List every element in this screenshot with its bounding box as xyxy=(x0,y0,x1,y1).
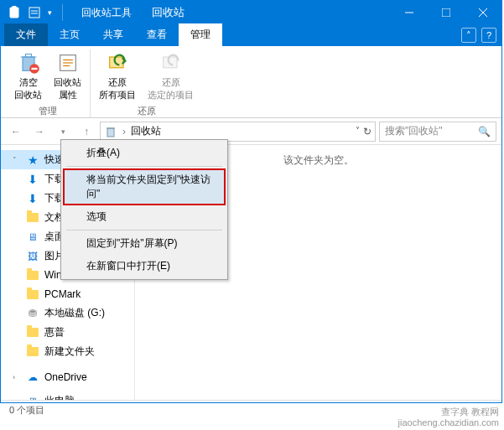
close-button[interactable] xyxy=(465,1,501,24)
separator xyxy=(66,166,222,167)
qat-properties-icon[interactable] xyxy=(28,6,41,19)
empty-bin-label: 清空 回收站 xyxy=(14,76,42,101)
search-input[interactable]: 搜索"回收站" 🔍 xyxy=(379,122,496,142)
window-title: 回收站 xyxy=(140,5,196,20)
minimize-button[interactable] xyxy=(391,1,428,24)
nav-up-button[interactable]: ↑ xyxy=(76,122,96,142)
folder-icon xyxy=(26,211,39,225)
ctx-options[interactable]: 选项 xyxy=(63,205,226,228)
svg-rect-16 xyxy=(163,57,176,68)
nav-back-button[interactable]: ← xyxy=(6,122,26,142)
context-tab-label: 回收站工具 xyxy=(73,3,140,23)
tab-share[interactable]: 共享 xyxy=(91,23,135,46)
qat-customize-icon[interactable]: ▾ xyxy=(48,8,52,17)
ctx-collapse[interactable]: 折叠(A) xyxy=(63,142,226,164)
tree-item-label: 新建文件夹 xyxy=(44,345,95,359)
folder-icon xyxy=(26,345,39,359)
ribbon-group-manage-label: 管理 xyxy=(39,103,57,119)
ribbon-group-restore-label: 还原 xyxy=(138,103,156,119)
chevron-right-icon[interactable]: › xyxy=(13,397,21,401)
pc-icon: 🖥 xyxy=(26,395,39,401)
ctx-pin-quick-access[interactable]: 将当前文件夹固定到"快速访问" xyxy=(63,168,226,205)
nav-recent-icon[interactable]: ▾ xyxy=(53,122,73,142)
tree-label: OneDrive xyxy=(44,371,87,383)
address-bar[interactable]: › 回收站 ˅ ↻ xyxy=(100,122,376,142)
tree-item[interactable]: 新建文件夹 xyxy=(1,342,134,361)
chevron-right-icon[interactable]: › xyxy=(13,373,21,381)
empty-message: 该文件夹为空。 xyxy=(283,153,354,168)
ribbon-collapse-icon[interactable]: ˄ xyxy=(461,28,476,43)
context-menu: 折叠(A) 将当前文件夹固定到"快速访问" 选项 固定到"开始"屏幕(P) 在新… xyxy=(60,139,228,280)
maximize-button[interactable] xyxy=(428,1,465,24)
address-dropdown-icon[interactable]: ˅ xyxy=(356,126,360,137)
restore-sel-label: 还原 选定的项目 xyxy=(148,76,194,101)
props-label: 回收站 属性 xyxy=(54,76,81,101)
pictures-icon: 🖼 xyxy=(26,250,39,263)
ribbon-tabs: 文件 主页 共享 查看 管理 ˄ ? xyxy=(1,24,501,46)
restore-all-label: 还原 所有项目 xyxy=(99,76,136,101)
svg-rect-17 xyxy=(107,128,114,137)
item-count: 0 个项目 xyxy=(9,404,44,417)
tree-item[interactable]: 惠普 xyxy=(1,323,134,342)
titlebar: ▾ 回收站工具 回收站 xyxy=(1,1,501,24)
props-icon xyxy=(56,51,80,75)
tab-view[interactable]: 查看 xyxy=(135,23,179,46)
folder-icon xyxy=(26,326,39,339)
help-icon[interactable]: ? xyxy=(481,28,496,43)
tree-item-label: 惠普 xyxy=(44,325,65,339)
tab-file[interactable]: 文件 xyxy=(4,23,48,46)
nav-forward-button[interactable]: → xyxy=(29,122,49,142)
search-placeholder: 搜索"回收站" xyxy=(385,124,443,138)
cloud-icon: ☁ xyxy=(26,370,39,384)
app-icon xyxy=(8,6,21,19)
svg-rect-15 xyxy=(110,57,123,68)
watermark: 查字典 教程网 jiaocheng.chazidian.com xyxy=(398,407,499,428)
desktop-icon: 🖥 xyxy=(26,231,39,244)
ctx-new-window[interactable]: 在新窗口中打开(E) xyxy=(63,255,226,277)
tree-this-pc[interactable]: › 🖥 此电脑 xyxy=(1,391,134,400)
restore-all-button[interactable]: 还原 所有项目 xyxy=(96,49,139,103)
tab-manage[interactable]: 管理 xyxy=(179,23,222,46)
download-icon: ⬇ xyxy=(26,173,39,186)
folder-icon xyxy=(26,269,39,282)
refresh-icon[interactable]: ↻ xyxy=(363,126,372,137)
watermark-line: 查字典 教程网 xyxy=(441,407,499,417)
tree-item[interactable]: PCMark xyxy=(1,285,134,303)
folder-icon xyxy=(26,288,39,301)
drive-icon: ⛃ xyxy=(26,307,39,320)
empty-bin-icon xyxy=(17,51,40,75)
restore-all-icon xyxy=(106,51,129,75)
search-icon: 🔍 xyxy=(478,126,491,137)
watermark-line: jiaocheng.chazidian.com xyxy=(398,417,499,428)
recycle-bin-icon xyxy=(104,125,117,138)
ctx-pin-start[interactable]: 固定到"开始"屏幕(P) xyxy=(63,232,226,255)
restore-selected-button[interactable]: 还原 选定的项目 xyxy=(144,49,197,103)
tree-item[interactable]: ⛃本地磁盘 (G:) xyxy=(1,303,134,323)
tab-home[interactable]: 主页 xyxy=(48,23,91,46)
svg-rect-1 xyxy=(29,8,39,18)
ribbon: 清空 回收站 回收站 属性 管理 还原 所有项目 还原 选定的项目 xyxy=(1,46,501,118)
empty-recycle-button[interactable]: 清空 回收站 xyxy=(11,49,45,103)
restore-sel-icon xyxy=(159,51,183,75)
recycle-props-button[interactable]: 回收站 属性 xyxy=(50,49,85,103)
star-icon: ★ xyxy=(26,153,39,167)
download-icon: ⬇ xyxy=(26,192,39,205)
tree-label: 此电脑 xyxy=(44,394,75,400)
svg-rect-0 xyxy=(10,8,18,18)
tree-item-label: 本地磁盘 (G:) xyxy=(44,306,105,320)
breadcrumb[interactable]: 回收站 xyxy=(131,124,161,138)
chevron-down-icon[interactable]: ˅ xyxy=(13,156,21,164)
tree-onedrive[interactable]: › ☁ OneDrive xyxy=(1,368,134,386)
svg-rect-5 xyxy=(442,8,450,17)
tree-item-label: PCMark xyxy=(44,288,81,300)
separator xyxy=(66,230,222,231)
